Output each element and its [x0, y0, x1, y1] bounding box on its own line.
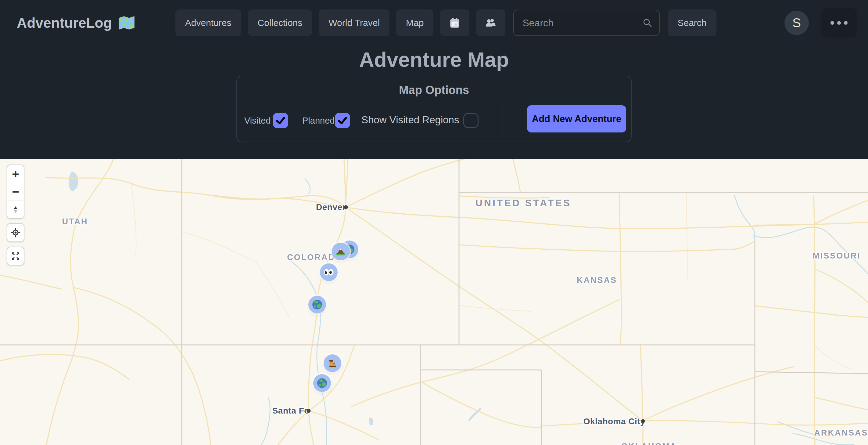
- city-dot-oklahoma-city: [641, 419, 645, 423]
- zoom-in-button[interactable]: +: [7, 165, 24, 183]
- minor-roads: [131, 183, 851, 369]
- overflow-menu-button[interactable]: [821, 8, 857, 37]
- visited-checkbox[interactable]: [273, 113, 288, 128]
- city-dot-denver: [344, 205, 348, 209]
- navbar: AdventureLog Adventures Collections Worl…: [0, 0, 868, 40]
- map-marker-eyes[interactable]: [320, 263, 338, 281]
- nav-item-world-travel[interactable]: World Travel: [319, 9, 390, 36]
- pitch-toggle-icon: [11, 205, 21, 214]
- lake-shapes: [69, 172, 481, 425]
- map-options-card: Map Options Visited Planned Show Visited…: [236, 76, 632, 142]
- geolocate-icon: [10, 227, 21, 238]
- card-divider: [503, 102, 503, 136]
- nav-item-adventures[interactable]: Adventures: [175, 9, 241, 36]
- nav-item-collections[interactable]: Collections: [248, 9, 312, 36]
- brand-name: AdventureLog: [17, 14, 112, 31]
- planned-label: Planned: [302, 113, 335, 128]
- map-options-title: Map Options: [237, 84, 631, 97]
- avatar[interactable]: S: [784, 11, 809, 35]
- geolocate-button[interactable]: [7, 223, 24, 242]
- add-new-adventure-button[interactable]: Add New Adventure: [527, 105, 626, 132]
- show-visited-regions-label: Show Visited Regions: [362, 112, 459, 127]
- users-icon: [485, 17, 497, 29]
- search-input[interactable]: [513, 10, 660, 36]
- map-marker-globe-2[interactable]: [308, 296, 326, 314]
- globe-emoji: [311, 299, 323, 310]
- map-zoom-control-group: + −: [7, 165, 24, 219]
- fullscreen-icon: [10, 251, 21, 261]
- users-button[interactable]: [476, 9, 505, 36]
- pitch-toggle-button[interactable]: [7, 201, 24, 218]
- check-icon: [275, 115, 286, 126]
- boot-emoji: [327, 357, 338, 369]
- map-marker-mountain[interactable]: [332, 243, 349, 260]
- road-network: [0, 159, 868, 445]
- eyes-emoji: [323, 266, 335, 278]
- ellipsis-icon: [831, 21, 847, 25]
- city-dot-santa-fe: [307, 409, 311, 413]
- fullscreen-button[interactable]: [7, 247, 24, 266]
- state-borders: [0, 159, 868, 445]
- globe-emoji: [316, 377, 328, 389]
- world-map-emoji-logo: [118, 16, 135, 30]
- zoom-out-button[interactable]: −: [7, 183, 24, 201]
- map-marker-boot[interactable]: [323, 354, 341, 372]
- planned-checkbox[interactable]: [335, 113, 350, 128]
- map-marker-globe-3[interactable]: [313, 374, 331, 392]
- search-button[interactable]: Search: [668, 9, 716, 36]
- mountain-emoji: [335, 246, 346, 257]
- search-icon: [642, 18, 653, 28]
- check-icon: [337, 115, 348, 126]
- nav-item-map[interactable]: Map: [396, 9, 433, 36]
- calendar-button[interactable]: [440, 9, 469, 36]
- nav-links: Adventures Collections World Travel Map: [175, 9, 506, 36]
- avatar-letter: S: [793, 16, 801, 30]
- river-lines: [261, 179, 868, 445]
- visited-label: Visited: [244, 113, 271, 128]
- show-visited-regions-checkbox[interactable]: [463, 113, 478, 128]
- adventure-map-page: UNITED STATES UTAH COLORADO KANSAS MISSO…: [0, 0, 868, 445]
- brand[interactable]: AdventureLog: [17, 14, 135, 31]
- calendar-icon: [449, 17, 461, 29]
- top-chrome: AdventureLog Adventures Collections Worl…: [0, 0, 868, 159]
- search-field-wrap: [513, 10, 660, 36]
- page-title: Adventure Map: [0, 48, 868, 71]
